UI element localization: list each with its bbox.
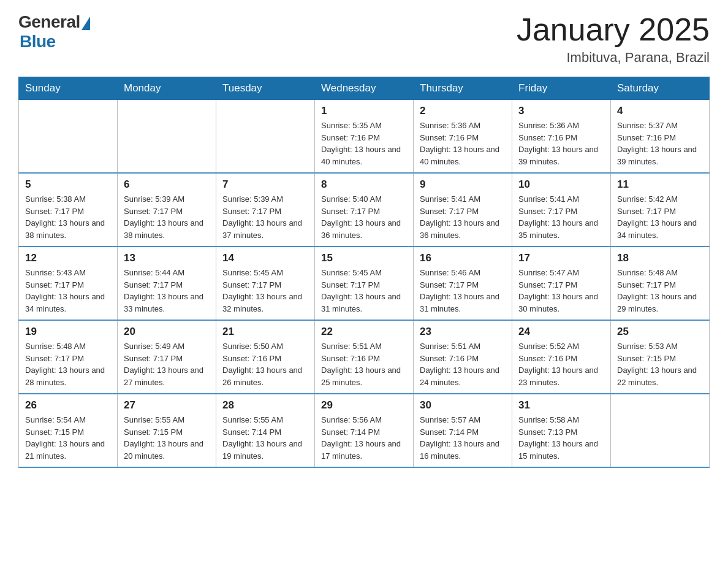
title-area: January 2025 Imbituva, Parana, Brazil — [517, 12, 710, 66]
day-info: Sunrise: 5:58 AMSunset: 7:13 PMDaylight:… — [518, 414, 604, 462]
calendar-cell: 27Sunrise: 5:55 AMSunset: 7:15 PMDayligh… — [118, 394, 216, 467]
day-number: 20 — [124, 326, 210, 338]
day-number: 21 — [222, 326, 308, 338]
day-info: Sunrise: 5:56 AMSunset: 7:14 PMDaylight:… — [321, 414, 407, 462]
day-info: Sunrise: 5:38 AMSunset: 7:17 PMDaylight:… — [25, 193, 111, 241]
day-number: 16 — [420, 252, 506, 264]
calendar-week-4: 19Sunrise: 5:48 AMSunset: 7:17 PMDayligh… — [19, 320, 710, 394]
day-number: 11 — [617, 178, 703, 191]
calendar-cell: 14Sunrise: 5:45 AMSunset: 7:17 PMDayligh… — [216, 247, 315, 320]
calendar-cell — [19, 100, 118, 174]
day-info: Sunrise: 5:36 AMSunset: 7:16 PMDaylight:… — [518, 120, 604, 167]
calendar-cell — [118, 100, 216, 174]
calendar-cell: 1Sunrise: 5:35 AMSunset: 7:16 PMDaylight… — [315, 100, 414, 174]
calendar-cell: 15Sunrise: 5:45 AMSunset: 7:17 PMDayligh… — [315, 247, 414, 320]
day-info: Sunrise: 5:41 AMSunset: 7:17 PMDaylight:… — [420, 193, 506, 241]
weekday-header-wednesday: Wednesday — [315, 77, 414, 100]
calendar-week-2: 5Sunrise: 5:38 AMSunset: 7:17 PMDaylight… — [19, 173, 710, 247]
calendar-cell: 17Sunrise: 5:47 AMSunset: 7:17 PMDayligh… — [512, 247, 611, 320]
calendar-cell: 19Sunrise: 5:48 AMSunset: 7:17 PMDayligh… — [19, 320, 118, 394]
day-info: Sunrise: 5:57 AMSunset: 7:14 PMDaylight:… — [420, 414, 506, 462]
calendar-cell: 16Sunrise: 5:46 AMSunset: 7:17 PMDayligh… — [414, 247, 512, 320]
day-number: 30 — [420, 399, 506, 412]
day-number: 29 — [321, 399, 407, 412]
calendar-cell: 12Sunrise: 5:43 AMSunset: 7:17 PMDayligh… — [19, 247, 118, 320]
calendar-cell: 22Sunrise: 5:51 AMSunset: 7:16 PMDayligh… — [315, 320, 414, 394]
day-number: 14 — [222, 252, 308, 264]
weekday-header-monday: Monday — [118, 77, 216, 100]
page-header: General Blue January 2025 Imbituva, Para… — [18, 12, 710, 66]
calendar-cell: 20Sunrise: 5:49 AMSunset: 7:17 PMDayligh… — [118, 320, 216, 394]
day-number: 22 — [321, 326, 407, 338]
day-info: Sunrise: 5:51 AMSunset: 7:16 PMDaylight:… — [420, 340, 506, 388]
day-info: Sunrise: 5:35 AMSunset: 7:16 PMDaylight:… — [321, 120, 407, 167]
day-number: 23 — [420, 326, 506, 338]
day-info: Sunrise: 5:55 AMSunset: 7:14 PMDaylight:… — [222, 414, 308, 462]
day-number: 27 — [124, 399, 210, 412]
day-info: Sunrise: 5:36 AMSunset: 7:16 PMDaylight:… — [420, 120, 506, 167]
calendar-cell: 5Sunrise: 5:38 AMSunset: 7:17 PMDaylight… — [19, 173, 118, 247]
day-number: 8 — [321, 178, 407, 191]
day-number: 28 — [222, 399, 308, 412]
calendar-cell: 7Sunrise: 5:39 AMSunset: 7:17 PMDaylight… — [216, 173, 315, 247]
weekday-header-friday: Friday — [512, 77, 611, 100]
day-number: 10 — [518, 178, 604, 191]
day-number: 6 — [124, 178, 210, 191]
day-number: 1 — [321, 105, 407, 117]
weekday-header-sunday: Sunday — [19, 77, 118, 100]
logo-blue-text: Blue — [20, 32, 56, 52]
day-number: 24 — [518, 326, 604, 338]
day-info: Sunrise: 5:39 AMSunset: 7:17 PMDaylight:… — [222, 193, 308, 241]
day-number: 5 — [25, 178, 111, 191]
calendar-cell: 8Sunrise: 5:40 AMSunset: 7:17 PMDaylight… — [315, 173, 414, 247]
calendar-week-1: 1Sunrise: 5:35 AMSunset: 7:16 PMDaylight… — [19, 100, 710, 174]
day-info: Sunrise: 5:45 AMSunset: 7:17 PMDaylight:… — [321, 267, 407, 315]
day-number: 12 — [25, 252, 111, 264]
day-number: 18 — [617, 252, 703, 264]
calendar-cell: 30Sunrise: 5:57 AMSunset: 7:14 PMDayligh… — [414, 394, 512, 467]
day-number: 15 — [321, 252, 407, 264]
calendar-cell: 2Sunrise: 5:36 AMSunset: 7:16 PMDaylight… — [414, 100, 512, 174]
calendar-cell: 9Sunrise: 5:41 AMSunset: 7:17 PMDaylight… — [414, 173, 512, 247]
day-info: Sunrise: 5:48 AMSunset: 7:17 PMDaylight:… — [617, 267, 703, 315]
calendar-table: SundayMondayTuesdayWednesdayThursdayFrid… — [18, 77, 710, 468]
calendar-cell: 25Sunrise: 5:53 AMSunset: 7:15 PMDayligh… — [611, 320, 710, 394]
weekday-header-saturday: Saturday — [611, 77, 710, 100]
calendar-cell: 13Sunrise: 5:44 AMSunset: 7:17 PMDayligh… — [118, 247, 216, 320]
calendar-header-row: SundayMondayTuesdayWednesdayThursdayFrid… — [19, 77, 710, 100]
logo-general-text: General — [18, 12, 80, 32]
day-number: 17 — [518, 252, 604, 264]
day-info: Sunrise: 5:51 AMSunset: 7:16 PMDaylight:… — [321, 340, 407, 388]
calendar-cell: 4Sunrise: 5:37 AMSunset: 7:16 PMDaylight… — [611, 100, 710, 174]
calendar-cell: 24Sunrise: 5:52 AMSunset: 7:16 PMDayligh… — [512, 320, 611, 394]
calendar-cell: 6Sunrise: 5:39 AMSunset: 7:17 PMDaylight… — [118, 173, 216, 247]
calendar-cell: 3Sunrise: 5:36 AMSunset: 7:16 PMDaylight… — [512, 100, 611, 174]
logo-triangle-icon — [82, 17, 90, 30]
day-info: Sunrise: 5:40 AMSunset: 7:17 PMDaylight:… — [321, 193, 407, 241]
day-info: Sunrise: 5:55 AMSunset: 7:15 PMDaylight:… — [124, 414, 210, 462]
day-info: Sunrise: 5:41 AMSunset: 7:17 PMDaylight:… — [518, 193, 604, 241]
calendar-cell — [611, 394, 710, 467]
calendar-cell: 10Sunrise: 5:41 AMSunset: 7:17 PMDayligh… — [512, 173, 611, 247]
day-info: Sunrise: 5:48 AMSunset: 7:17 PMDaylight:… — [25, 340, 111, 388]
day-number: 9 — [420, 178, 506, 191]
weekday-header-tuesday: Tuesday — [216, 77, 315, 100]
day-info: Sunrise: 5:43 AMSunset: 7:17 PMDaylight:… — [25, 267, 111, 315]
day-info: Sunrise: 5:47 AMSunset: 7:17 PMDaylight:… — [518, 267, 604, 315]
day-number: 4 — [617, 105, 703, 117]
calendar-cell: 28Sunrise: 5:55 AMSunset: 7:14 PMDayligh… — [216, 394, 315, 467]
calendar-cell: 26Sunrise: 5:54 AMSunset: 7:15 PMDayligh… — [19, 394, 118, 467]
day-info: Sunrise: 5:42 AMSunset: 7:17 PMDaylight:… — [617, 193, 703, 241]
day-info: Sunrise: 5:37 AMSunset: 7:16 PMDaylight:… — [617, 120, 703, 167]
day-number: 19 — [25, 326, 111, 338]
calendar-cell: 23Sunrise: 5:51 AMSunset: 7:16 PMDayligh… — [414, 320, 512, 394]
day-number: 7 — [222, 178, 308, 191]
calendar-cell: 21Sunrise: 5:50 AMSunset: 7:16 PMDayligh… — [216, 320, 315, 394]
day-number: 31 — [518, 399, 604, 412]
calendar-week-3: 12Sunrise: 5:43 AMSunset: 7:17 PMDayligh… — [19, 247, 710, 320]
calendar-cell — [216, 100, 315, 174]
calendar-cell: 11Sunrise: 5:42 AMSunset: 7:17 PMDayligh… — [611, 173, 710, 247]
weekday-header-thursday: Thursday — [414, 77, 512, 100]
day-number: 3 — [518, 105, 604, 117]
calendar-cell: 31Sunrise: 5:58 AMSunset: 7:13 PMDayligh… — [512, 394, 611, 467]
